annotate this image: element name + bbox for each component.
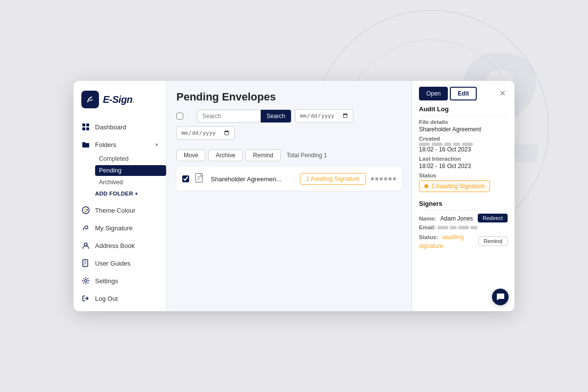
email-redact (470, 226, 477, 229)
redact-block (444, 143, 451, 146)
email-redact (458, 226, 469, 229)
divider (419, 116, 508, 116)
address-book-icon (81, 241, 90, 250)
svg-rect-0 (82, 123, 85, 126)
audit-panel: Open Edit ✕ Audit Log File details Share… (412, 81, 514, 311)
dot (384, 177, 387, 180)
audit-body: Audit Log File details Shareholder Agree… (412, 100, 514, 311)
redact-block (462, 143, 473, 146)
folders-children: Completed Pending Archived (74, 153, 166, 188)
toolbar: Search (176, 109, 402, 140)
my-signature-icon (81, 223, 90, 232)
search-input[interactable] (197, 110, 261, 122)
svg-point-5 (84, 209, 85, 211)
panel-btn-group: Open Edit (419, 87, 477, 100)
file-name: Shareholder Agreement (419, 126, 508, 133)
sidebar-item-folders[interactable]: Folders ▾ (74, 136, 166, 153)
folder-child-completed[interactable]: Completed (95, 153, 166, 164)
sidebar-item-theme-colour[interactable]: Theme Colour (74, 201, 166, 219)
search-group: Search (197, 110, 291, 122)
settings-icon (81, 276, 90, 285)
svg-point-8 (84, 243, 87, 246)
dot (371, 177, 374, 180)
envelopes-list: Shareholder Agreemen... 1 Awaiting Signa… (167, 165, 412, 311)
sidebar-item-label: Theme Colour (95, 207, 135, 214)
doc-icon (194, 172, 206, 186)
search-button[interactable]: Search (261, 110, 291, 122)
logo-icon (81, 91, 99, 108)
sidebar-item-user-guides[interactable]: User Guides (74, 254, 166, 272)
envelope-dots (371, 177, 396, 180)
svg-point-13 (85, 280, 87, 282)
main-header: Pending Envelopes Search (167, 81, 412, 146)
signers-title: Signers (419, 200, 508, 207)
dot (380, 177, 383, 180)
move-button[interactable]: Move (176, 149, 205, 161)
envelope-name: Shareholder Agreemen... (211, 175, 295, 183)
folder-child-pending[interactable]: Pending (95, 165, 166, 176)
sidebar-item-dashboard[interactable]: Dashboard (74, 118, 166, 136)
action-bar: Move Archive Remind Total Pending 1 (167, 146, 412, 165)
audit-log-title: Audit Log (419, 105, 508, 113)
theme-colour-icon (81, 206, 90, 215)
redirect-button[interactable]: Redirect (478, 214, 508, 222)
total-label: Total Pending 1 (287, 152, 327, 159)
edit-button[interactable]: Edit (450, 87, 477, 100)
folder-child-archived[interactable]: Archived (95, 177, 166, 188)
user-guides-icon (81, 259, 90, 268)
signer-status-group: Status: awaiting signature (419, 232, 478, 250)
svg-rect-3 (86, 127, 89, 130)
signer-name-value: Adam Jones (441, 215, 473, 222)
folders-label: Folders (95, 141, 116, 148)
sidebar-item-settings[interactable]: Settings (74, 272, 166, 290)
sidebar-item-address-book[interactable]: Address Book (74, 237, 166, 254)
sidebar-item-label: Address Book (95, 242, 135, 249)
signer-status-label: Status: (419, 234, 438, 240)
sidebar-item-label: User Guides (95, 260, 130, 267)
svg-rect-1 (86, 123, 89, 126)
signers-name-row: Name: Adam Jones Redirect (419, 214, 508, 222)
status-dot (424, 184, 428, 188)
archive-button[interactable]: Archive (208, 149, 243, 161)
sidebar-item-log-out[interactable]: Log Out (74, 290, 166, 307)
app-window: E-Sign. Dashboard (74, 81, 514, 311)
folders-section: Folders ▾ Completed Pending Archived ADD… (74, 136, 166, 201)
remind-button[interactable]: Remind (245, 149, 280, 161)
email-redact (438, 226, 448, 229)
sidebar-item-label: My Signature (95, 224, 133, 232)
date-from-input[interactable] (295, 109, 353, 122)
dot (375, 177, 378, 180)
created-time: 18:02 - 16 Oct 2023 (419, 146, 508, 153)
open-button[interactable]: Open (419, 87, 448, 100)
dot (393, 177, 396, 180)
remind-signer-button[interactable]: Remind (478, 236, 508, 246)
svg-rect-2 (82, 127, 85, 130)
table-row[interactable]: Shareholder Agreemen... 1 Awaiting Signa… (176, 167, 402, 191)
chat-fab-button[interactable] (492, 289, 509, 305)
folders-icon (81, 140, 90, 149)
status-badge: 1 Awaiting Signature (419, 180, 490, 192)
dashboard-icon (81, 122, 90, 131)
envelope-checkbox[interactable] (182, 175, 189, 182)
logo-text: E-Sign. (103, 94, 135, 105)
sidebar-item-label: Settings (95, 277, 118, 285)
created-label: Created (419, 136, 508, 142)
redact-block (419, 143, 430, 146)
dot (389, 177, 392, 180)
status-label: Status (419, 172, 508, 178)
page-title: Pending Envelopes (176, 91, 402, 103)
sidebar-logo: E-Sign. (74, 81, 166, 116)
close-button[interactable]: ✕ (497, 90, 508, 98)
svg-point-6 (87, 209, 88, 211)
sidebar-nav: Dashboard Folders ▾ Comp (74, 116, 166, 309)
signer-name-group: Name: Adam Jones (419, 214, 473, 222)
date-to-input[interactable] (176, 126, 235, 140)
main-content: Pending Envelopes Search Move Archive Re… (167, 81, 412, 311)
sidebar-item-label: Dashboard (95, 123, 126, 131)
created-redacted (419, 143, 508, 146)
status-badge-text: 1 Awaiting Signature (431, 183, 485, 190)
svg-point-4 (82, 207, 89, 214)
add-folder-button[interactable]: ADD FOLDER + (74, 188, 166, 199)
sidebar-item-my-signature[interactable]: My Signature (74, 219, 166, 237)
select-all-checkbox[interactable] (176, 113, 183, 120)
